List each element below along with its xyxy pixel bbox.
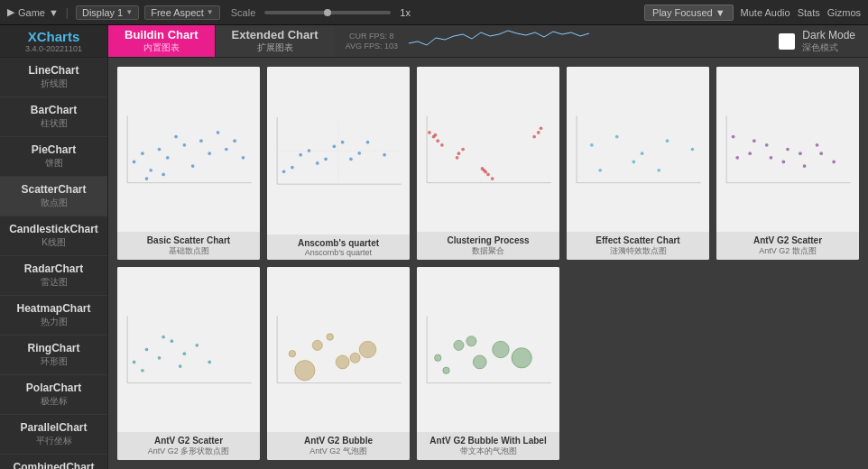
dark-mode-area: Dark Mode 深色模式 — [779, 25, 868, 57]
scale-slider-dot — [324, 9, 331, 16]
chart-card-5[interactable]: AntV G2 Scatter AntV G2 多形状散点图 — [117, 267, 260, 460]
fps-cur: CUR FPS: 8 — [349, 32, 394, 41]
svg-point-87 — [162, 336, 165, 339]
chart-card-4[interactable]: AntV G2 Scatter AntV G2 散点图 — [716, 67, 859, 260]
svg-point-50 — [532, 135, 536, 139]
svg-point-23 — [299, 153, 302, 157]
svg-point-105 — [443, 367, 449, 373]
svg-point-84 — [195, 344, 199, 347]
dark-mode-checkbox[interactable] — [779, 33, 795, 50]
chart-grid: Basic Scatter Chart 基础散点图 Anscomb's quar… — [108, 58, 868, 469]
svg-point-61 — [657, 169, 660, 172]
mute-audio-button[interactable]: Mute Audio — [741, 7, 790, 18]
game-menu[interactable]: ▶ Game ▼ — [7, 6, 59, 18]
scale-slider[interactable] — [264, 11, 391, 14]
svg-point-51 — [540, 126, 543, 130]
display-label: Display 1 — [82, 7, 123, 18]
chart-preview-7 — [417, 267, 559, 432]
logo-title: XCharts — [28, 30, 80, 43]
chart-card-1[interactable]: Anscomb's quartet Anscomb's quartet — [267, 67, 410, 260]
svg-point-15 — [242, 156, 245, 160]
chart-name-zh-0: 基础散点图 — [122, 245, 255, 257]
chart-info-5: AntV G2 Scatter AntV G2 多形状散点图 — [117, 432, 260, 460]
svg-point-16 — [145, 177, 149, 180]
chart-name-zh-3: 涟漪特效散点图 — [571, 245, 705, 257]
svg-point-69 — [816, 143, 819, 147]
sidebar-item-scatterchart[interactable]: ScatterChart散点图 — [0, 177, 107, 216]
dark-mode-label: Dark Mode — [802, 29, 855, 41]
svg-point-45 — [484, 170, 487, 174]
svg-point-32 — [341, 141, 345, 144]
svg-point-103 — [493, 341, 510, 358]
svg-point-70 — [832, 161, 836, 164]
svg-point-27 — [366, 141, 370, 144]
dark-mode-sub: 深色模式 — [802, 41, 855, 54]
svg-point-46 — [457, 152, 461, 155]
tab-buildin-chart[interactable]: Buildin Chart 内置图表 — [108, 25, 215, 57]
svg-point-67 — [781, 161, 785, 164]
chart-name-en-1: Anscomb's quartet — [272, 238, 405, 248]
aspect-arrow: ▼ — [207, 8, 214, 16]
stats-button[interactable]: Stats — [798, 7, 820, 18]
scale-value: 1x — [400, 7, 411, 18]
chart-preview-0 — [117, 67, 260, 232]
chart-info-6: AntV G2 Bubble AntV G2 气泡图 — [267, 432, 410, 460]
tab-extended-chart[interactable]: Extended Chart 扩展图表 — [215, 25, 335, 57]
svg-point-47 — [461, 148, 465, 152]
svg-point-80 — [145, 348, 149, 352]
sidebar-item-ringchart[interactable]: RingChart环形图 — [0, 336, 107, 375]
svg-point-95 — [295, 361, 315, 381]
sidebar-item-polarchart[interactable]: PolarChart极坐标 — [0, 375, 107, 415]
svg-point-96 — [327, 334, 333, 340]
sidebar-item-candlestickchart[interactable]: CandlestickChartK线图 — [0, 216, 107, 256]
svg-point-22 — [282, 170, 286, 173]
svg-point-48 — [456, 156, 459, 160]
svg-point-33 — [357, 152, 361, 155]
chart-name-zh-4: AntV G2 散点图 — [721, 245, 854, 257]
gizmos-button[interactable]: Gizmos — [827, 7, 861, 18]
chart-preview-5 — [117, 267, 260, 432]
sidebar-item-piechart[interactable]: PieChart饼图 — [0, 137, 107, 177]
chart-card-2[interactable]: Clustering Process 数据聚合 — [417, 67, 559, 260]
aspect-dropdown[interactable]: Free Aspect ▼ — [144, 5, 220, 20]
svg-point-56 — [641, 152, 644, 155]
svg-point-97 — [350, 353, 360, 363]
sidebar-item-heatmapchart[interactable]: HeatmapChart热力图 — [0, 296, 107, 336]
svg-point-71 — [735, 156, 739, 160]
sidebar-item-linechart[interactable]: LineChart折线图 — [0, 58, 107, 97]
svg-point-42 — [486, 173, 490, 177]
chart-card-0[interactable]: Basic Scatter Chart 基础散点图 — [117, 67, 260, 260]
sidebar-item-combinedchart[interactable]: CombinedChart组合图 — [0, 455, 107, 469]
chart-info-3: Effect Scatter Chart 涟漪特效散点图 — [567, 232, 709, 260]
fps-graph — [409, 25, 589, 51]
svg-point-12 — [217, 131, 220, 134]
sidebar-item-barchart[interactable]: BarChart柱状图 — [0, 97, 107, 137]
chart-info-7: AntV G2 Bubble With Label 带文本的气泡图 — [417, 432, 559, 460]
svg-point-92 — [312, 340, 322, 350]
play-focused-button[interactable]: Play Focused ▼ — [644, 5, 734, 21]
dark-mode-label-area: Dark Mode 深色模式 — [802, 29, 855, 54]
svg-point-26 — [349, 157, 353, 161]
chart-preview-6 — [267, 267, 410, 432]
chart-name-zh-6: AntV G2 气泡图 — [272, 446, 405, 457]
chart-preview-3 — [567, 67, 709, 232]
svg-point-57 — [666, 139, 669, 143]
sidebar-item-radarchart[interactable]: RadarChart雷达图 — [0, 256, 107, 296]
chart-card-3[interactable]: Effect Scatter Chart 涟漪特效散点图 — [567, 67, 709, 260]
svg-point-8 — [182, 143, 186, 147]
svg-point-73 — [770, 156, 773, 160]
game-arrow: ▼ — [49, 7, 59, 18]
display-dropdown[interactable]: Display 1 ▼ — [76, 5, 139, 20]
top-bar: ▶ Game ▼ | Display 1 ▼ Free Aspect ▼ Sca… — [0, 0, 868, 25]
chart-name-en-3: Effect Scatter Chart — [571, 235, 705, 245]
chart-card-6[interactable]: AntV G2 Bubble AntV G2 气泡图 — [267, 267, 410, 460]
sidebar-item-parallelchart[interactable]: ParallelChart平行坐标 — [0, 415, 107, 455]
svg-point-100 — [435, 354, 441, 361]
chart-name-zh-7: 带文本的气泡图 — [421, 446, 555, 457]
svg-point-91 — [289, 350, 295, 356]
svg-point-76 — [819, 152, 823, 155]
svg-point-24 — [316, 161, 319, 165]
chart-card-7[interactable]: AntV G2 Bubble With Label 带文本的气泡图 — [417, 267, 559, 460]
chart-preview-4 — [716, 67, 859, 232]
svg-point-39 — [440, 143, 444, 147]
